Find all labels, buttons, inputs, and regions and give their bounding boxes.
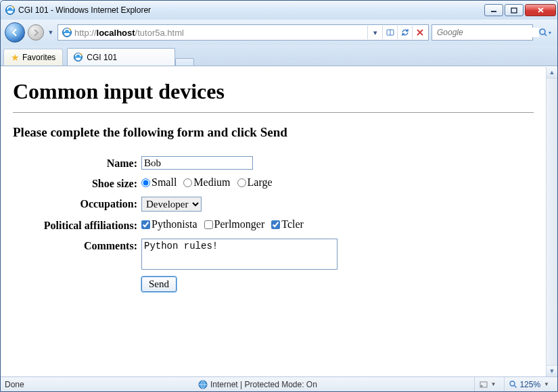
svg-rect-1 <box>491 11 496 12</box>
maximize-button[interactable] <box>505 4 524 16</box>
search-input[interactable] <box>437 28 539 37</box>
label-political: Political affiliations: <box>13 218 141 232</box>
back-button[interactable] <box>5 22 25 43</box>
search-button[interactable]: ▾ <box>536 26 553 39</box>
minimize-button[interactable] <box>484 4 503 16</box>
zoom-level: 125% <box>519 380 540 389</box>
zoom-icon <box>509 380 517 389</box>
tab-active[interactable]: CGI 101 <box>67 48 175 66</box>
favorites-button[interactable]: ★ Favorites <box>3 49 63 66</box>
political-option-label: Tcler <box>281 218 304 230</box>
status-bar: Done Internet | Protected Mode: On ▼ 125… <box>1 376 557 391</box>
shoe-radio[interactable] <box>141 178 150 187</box>
new-tab-button[interactable] <box>175 58 194 66</box>
divider <box>13 112 534 113</box>
svg-point-7 <box>540 29 545 34</box>
nav-toolbar: ▼ http://localhost/tutor5a.html ▾ G <box>1 20 557 45</box>
status-segment-1[interactable]: ▼ <box>474 377 500 391</box>
page-subheading: Please complete the following form and c… <box>13 125 534 140</box>
zoom-control[interactable]: 125% ▼ <box>504 377 553 391</box>
refresh-button[interactable] <box>397 26 412 39</box>
political-checkbox[interactable] <box>271 220 280 229</box>
political-option[interactable]: Perlmonger <box>204 218 265 230</box>
scroll-down-button[interactable]: ▼ <box>547 365 557 376</box>
shoe-option-label: Medium <box>193 176 230 189</box>
label-shoe: Shoe size: <box>13 176 141 190</box>
scroll-up-button[interactable]: ▲ <box>547 67 557 78</box>
comments-textarea[interactable] <box>141 239 338 270</box>
svg-point-12 <box>510 381 515 386</box>
address-bar[interactable]: http://localhost/tutor5a.html ▾ <box>57 24 429 41</box>
svg-rect-2 <box>511 8 517 13</box>
compat-view-button[interactable] <box>382 26 397 39</box>
page-content: Common input devices Please complete the… <box>1 67 546 376</box>
address-dropdown[interactable]: ▾ <box>367 26 382 39</box>
political-option-label: Perlmonger <box>214 218 265 230</box>
label-occupation: Occupation: <box>13 197 141 210</box>
shoe-option[interactable]: Small <box>141 176 177 189</box>
shoe-option[interactable]: Medium <box>183 176 230 189</box>
scroll-track[interactable] <box>547 78 557 365</box>
search-box[interactable]: G <box>432 24 533 41</box>
shoe-radio[interactable] <box>183 178 192 187</box>
nav-history-dropdown[interactable]: ▼ <box>47 29 55 36</box>
stop-button[interactable] <box>412 26 427 39</box>
political-option-label: Pythonista <box>152 218 197 230</box>
shoe-option[interactable]: Large <box>237 176 273 189</box>
tab-title: CGI 101 <box>87 53 117 62</box>
occupation-select[interactable]: Developer <box>141 197 202 212</box>
political-option[interactable]: Tcler <box>271 218 304 230</box>
shoe-option-label: Large <box>248 176 273 189</box>
political-checkbox[interactable] <box>141 220 150 229</box>
tab-icon <box>73 52 83 62</box>
favorites-label: Favorites <box>22 53 55 62</box>
name-input[interactable] <box>141 156 253 170</box>
page-mode-icon <box>479 380 488 389</box>
page-heading: Common input devices <box>13 79 534 104</box>
status-text: Done <box>5 380 194 389</box>
address-text[interactable]: http://localhost/tutor5a.html <box>74 28 367 38</box>
titlebar: CGI 101 - Windows Internet Explorer <box>1 1 557 20</box>
forward-button[interactable] <box>28 24 44 41</box>
security-zone-text: Internet | Protected Mode: On <box>210 380 317 389</box>
ie-icon <box>5 5 16 16</box>
political-checkbox[interactable] <box>204 220 213 229</box>
star-icon: ★ <box>11 52 20 63</box>
tab-strip: ★ Favorites CGI 101 <box>1 45 557 66</box>
vertical-scrollbar[interactable]: ▲ ▼ <box>546 67 557 376</box>
close-button[interactable] <box>525 4 556 16</box>
svg-point-11 <box>481 385 483 387</box>
page-icon <box>62 27 72 38</box>
political-option[interactable]: Pythonista <box>141 218 197 230</box>
send-button[interactable]: Send <box>141 276 177 292</box>
window-title: CGI 101 - Windows Internet Explorer <box>18 5 484 15</box>
label-comments: Comments: <box>13 239 141 252</box>
shoe-option-label: Small <box>152 176 177 189</box>
label-name: Name: <box>13 156 141 170</box>
shoe-radio[interactable] <box>237 178 246 187</box>
globe-icon <box>198 380 208 389</box>
